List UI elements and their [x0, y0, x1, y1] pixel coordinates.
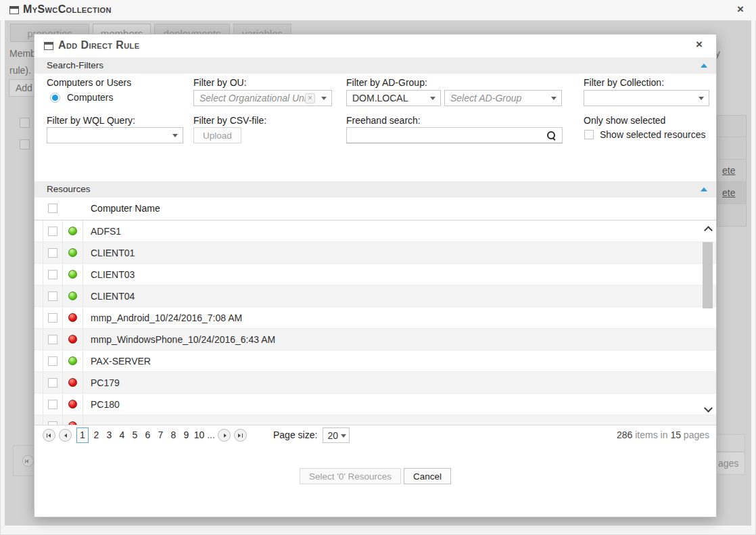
resource-row[interactable]: mmp_Android_10/24/2016_7:08 AM	[34, 307, 716, 329]
resource-row[interactable]: CLIENT03	[34, 264, 716, 285]
freehand-search-box	[346, 127, 563, 143]
prev-page-button[interactable]	[59, 429, 72, 442]
resource-row[interactable]: ADFS1	[34, 220, 716, 242]
page-number[interactable]: 7	[154, 429, 167, 440]
page-number[interactable]: 2	[90, 429, 103, 440]
row-checkbox[interactable]	[48, 378, 57, 388]
row-checkbox[interactable]	[48, 400, 57, 409]
first-page-icon	[26, 459, 28, 463]
items-count: 286	[617, 429, 632, 440]
page-number[interactable]: 9	[180, 429, 193, 440]
resource-row[interactable]: PAX-SERVER	[34, 350, 716, 372]
window-close-icon[interactable]: ×	[737, 3, 744, 16]
computer-name: CLIENT03	[83, 269, 135, 280]
filter-by-csv-label: Filter by CSV-file:	[193, 115, 266, 126]
cancel-button[interactable]: Cancel	[404, 468, 451, 484]
page-size-dropdown[interactable]: 20	[323, 427, 350, 443]
resource-row[interactable]: PC180	[34, 394, 716, 415]
screen: MySwcCollection × properties members dep…	[0, 0, 756, 535]
row-checkbox[interactable]	[48, 356, 57, 366]
page-ellipsis: ...	[206, 429, 216, 440]
bg-first-page-button[interactable]	[22, 455, 34, 467]
select-all-checkbox[interactable]	[48, 204, 57, 213]
freehand-search-label: Freehand search:	[346, 115, 421, 126]
chevron-down-icon[interactable]	[172, 134, 178, 137]
page-number[interactable]: 5	[128, 429, 141, 440]
freehand-search-input[interactable]	[347, 128, 544, 143]
status-led-icon	[68, 270, 77, 279]
search-icon[interactable]	[546, 131, 557, 141]
search-filters-section-header: Search-Filters	[34, 57, 716, 74]
resources-title: Resources	[47, 184, 91, 194]
dialog-titlebar: Add Direct Rule ×	[34, 34, 716, 57]
page-number[interactable]: 3	[103, 429, 116, 440]
show-selected-group: Show selected resources	[584, 129, 705, 140]
vertical-scrollbar[interactable]	[703, 225, 713, 415]
first-page-button[interactable]	[43, 429, 55, 442]
last-page-button[interactable]	[234, 429, 247, 442]
pagination-bar: 1 2 3 4 5 6 7 8 9 10 ... Page size: 20 2…	[34, 425, 716, 444]
bg-table-cell	[717, 137, 747, 160]
resource-row[interactable]: PC179	[34, 372, 716, 394]
bg-table-checkbox[interactable]	[20, 118, 30, 128]
dialog-footer: Select '0' Resources Cancel	[34, 468, 716, 484]
computers-radio[interactable]	[50, 93, 60, 103]
ou-combobox[interactable]: Select Organizational Unit ✕	[193, 90, 332, 106]
delete-link[interactable]: ete	[722, 165, 735, 176]
chevron-down-icon[interactable]	[341, 434, 346, 438]
computer-name: ADFS1	[83, 226, 121, 237]
chevron-down-icon[interactable]	[321, 97, 327, 100]
row-checkbox[interactable]	[48, 270, 57, 279]
row-checkbox[interactable]	[48, 227, 57, 236]
page-number[interactable]: 4	[116, 429, 128, 440]
bg-table-cell	[717, 115, 747, 137]
computers-radio-group: Computers	[50, 92, 113, 103]
filter-by-ad-group-label: Filter by AD-Group:	[346, 77, 427, 88]
bg-table-column: ete ete	[717, 115, 747, 227]
delete-link[interactable]: ete	[722, 187, 735, 198]
resource-row[interactable]: CLIENT01	[34, 242, 716, 264]
bg-table-checkbox[interactable]	[20, 139, 30, 149]
collapse-icon[interactable]	[701, 64, 707, 68]
background-window-titlebar: MySwcCollection ×	[0, 0, 756, 20]
search-filters-body: Computers or Users Filter by OU: Filter …	[34, 74, 716, 181]
computer-name: mmp_Android_10/24/2016_7:08 AM	[83, 312, 242, 323]
collapse-icon[interactable]	[701, 187, 707, 191]
window-icon	[9, 6, 19, 14]
resource-row[interactable]: mmp_WindowsPhone_10/24/2016_6:43 AM	[34, 329, 716, 350]
scroll-down-icon[interactable]	[705, 406, 711, 412]
row-checkbox[interactable]	[48, 313, 57, 323]
page-number[interactable]: 6	[141, 429, 154, 440]
resource-row[interactable]: CLIENT04	[34, 285, 716, 307]
add-direct-rule-dialog: Add Direct Rule × Search-Filters Compute…	[34, 34, 717, 517]
chevron-down-icon[interactable]	[430, 97, 435, 100]
current-page[interactable]: 1	[76, 427, 89, 443]
select-resources-button[interactable]: Select '0' Resources	[300, 468, 401, 484]
scroll-up-icon[interactable]	[705, 226, 711, 231]
wql-query-combobox[interactable]	[47, 127, 183, 143]
bg-table-cell: ete	[717, 182, 747, 204]
dialog-close-icon[interactable]: ×	[696, 38, 703, 51]
chevron-down-icon[interactable]	[699, 97, 704, 100]
upload-button[interactable]: Upload	[193, 127, 241, 143]
computer-name: CLIENT04	[83, 291, 135, 302]
status-led-icon	[68, 248, 77, 257]
page-number[interactable]: 8	[167, 429, 180, 440]
show-selected-checkbox[interactable]	[584, 130, 594, 139]
ad-group-combobox[interactable]: Select AD-Group	[444, 90, 562, 106]
scrollbar-thumb[interactable]	[703, 242, 713, 308]
computer-name: PAX-SERVER	[83, 356, 151, 367]
domain-dropdown[interactable]: DOM.LOCAL	[346, 90, 441, 106]
next-page-button[interactable]	[218, 429, 231, 442]
row-checkbox[interactable]	[48, 248, 57, 258]
collection-dropdown[interactable]	[584, 90, 709, 106]
page-number[interactable]: 10	[193, 429, 206, 440]
resource-row-partial[interactable]	[34, 415, 716, 425]
computers-radio-label: Computers	[67, 92, 113, 103]
page-size-value: 20	[327, 430, 338, 441]
computer-name: mmp_WindowsPhone_10/24/2016_6:43 AM	[83, 334, 275, 345]
clear-icon[interactable]: ✕	[305, 93, 315, 103]
chevron-down-icon[interactable]	[551, 97, 557, 100]
row-checkbox[interactable]	[48, 335, 57, 344]
row-checkbox[interactable]	[48, 292, 57, 301]
